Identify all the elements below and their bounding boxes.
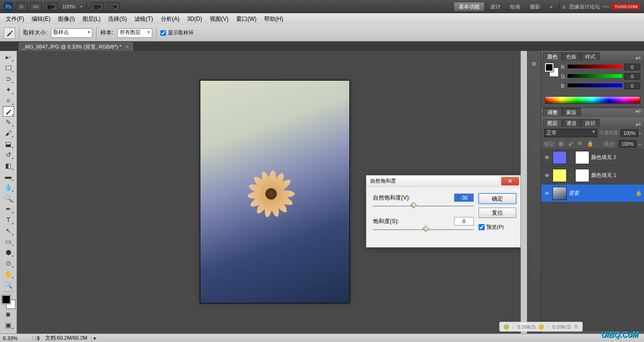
menu-image[interactable]: 图像(I) [54,14,78,25]
preview-checkbox[interactable] [479,224,485,230]
paths-tab[interactable]: 路径 [581,119,600,127]
preview-check[interactable]: 预览(P) [479,224,516,231]
stamp-tool[interactable]: ⬓ [3,139,14,149]
extras-dropdown[interactable]: ▢▾ [107,2,120,11]
workspace-painting[interactable]: 绘画 [506,3,524,10]
menu-edit[interactable]: 编辑(E) [28,14,54,25]
color-swatches[interactable] [2,295,15,309]
adjustments-tab[interactable]: 调整 [543,108,562,116]
opacity-flyout-icon[interactable]: ▸ [639,131,641,135]
hand-tool[interactable]: ✋ [3,269,14,279]
saturation-slider[interactable] [373,227,474,235]
workspace-photography[interactable]: 摄影 [526,3,544,10]
zoom-tool[interactable]: 🔍 [3,280,14,290]
screen-mode-dropdown[interactable]: ▦▾ [44,2,58,11]
lasso-tool[interactable]: ⊃ [3,74,14,84]
masks-tab[interactable]: 蒙版 [562,108,581,116]
layer-mask[interactable] [575,169,589,182]
show-ring-checkbox[interactable] [160,30,166,36]
swatches-tab[interactable]: 色板 [562,52,581,60]
sample-size-select[interactable]: 取样点 [51,28,92,38]
layer-mask[interactable] [575,151,589,164]
history-dock-icon[interactable]: ⧉ [529,58,539,69]
workspace-more[interactable]: » [546,4,556,9]
lock-pixels-icon[interactable]: 🖌 [568,141,575,147]
layer-row-background[interactable]: 👁 背景 🔒 [541,184,644,202]
dialog-close-button[interactable]: ✕ [501,177,519,185]
b-input[interactable] [624,83,640,89]
layer-thumb[interactable] [553,151,567,164]
color-tab[interactable]: 颜色 [543,52,562,60]
menu-3d[interactable]: 3D(D) [183,14,206,24]
panel-menu-icon[interactable]: ▸≡ [635,121,642,127]
layer-name[interactable]: 背景 [569,190,634,197]
sample-select[interactable]: 所有图层 [117,28,152,38]
layer-name[interactable]: 颜色填充 2 [591,154,642,161]
layer-row[interactable]: 👁 ⋮ 颜色填充 2 [541,149,644,167]
quickmask-toggle[interactable]: ◙ [3,309,14,319]
b-slider[interactable] [568,83,622,88]
fill-input[interactable] [619,140,636,148]
ok-button[interactable]: 确定 [479,193,516,204]
current-tool-icon[interactable] [4,27,15,39]
menu-window[interactable]: 窗口(W) [232,14,260,25]
menu-view[interactable]: 视图(V) [206,14,232,25]
menu-select[interactable]: 选择(S) [104,14,131,25]
blend-mode-select[interactable]: 正常 [544,129,597,137]
show-sampling-ring-check[interactable]: 显示取样环 [160,29,194,36]
layer-thumb[interactable] [553,187,567,200]
visibility-icon[interactable]: 👁 [543,172,551,179]
lock-transparent-icon[interactable]: ▩ [559,141,565,147]
document-tab[interactable]: _MG_8847.JPG @ 8.33% (背景, RGB/8*) * × [19,42,133,51]
gradient-tool[interactable]: ▬ [3,171,14,182]
brush-tool[interactable]: 🖌 [3,128,14,138]
vertical-scrollbar[interactable] [520,51,527,334]
menu-layer[interactable]: 图层(L) [79,14,105,25]
eyedropper-tool[interactable] [3,106,14,117]
opacity-input[interactable] [620,129,638,137]
layer-thumb[interactable] [553,169,567,182]
3d-camera-tool[interactable]: ⊙ [3,258,14,268]
channels-tab[interactable]: 通道 [562,119,581,127]
g-slider[interactable] [568,74,622,79]
blur-tool[interactable]: 💧 [3,182,14,192]
close-tab-icon[interactable]: × [124,44,130,50]
menu-help[interactable]: 帮助(H) [260,14,287,25]
panel-color-swatch[interactable] [545,63,558,76]
panel-menu-icon[interactable]: ▸≡ [635,108,642,114]
history-brush-tool[interactable]: ↺ [3,150,14,160]
3d-tool[interactable]: ⬢ [3,247,14,258]
screenmode-toggle[interactable]: ▣ [3,320,14,330]
fill-flyout-icon[interactable]: ▸ [639,142,641,146]
healing-tool[interactable]: ✎ [3,117,14,127]
color-spectrum[interactable] [545,96,640,104]
search-text[interactable]: 思缘设计论坛 [569,3,600,10]
pen-tool[interactable]: ✒ [3,204,14,214]
canvas-area[interactable]: 自然饱和度 ✕ 自然饱和度(V): 饱和度(S): [17,51,527,342]
lock-all-icon[interactable]: 🔒 [587,141,594,147]
styles-tab[interactable]: 样式 [581,52,600,60]
status-flyout-icon[interactable]: ▸ [91,335,99,341]
marquee-tool[interactable] [3,63,14,73]
bridge-button[interactable]: Br [16,2,27,11]
status-zoom[interactable]: 8.33% [0,335,33,341]
minibridge-button[interactable]: Mb [30,2,41,11]
dialog-titlebar[interactable]: 自然饱和度 ✕ [366,175,523,187]
lock-position-icon[interactable]: ✥ [578,141,584,147]
foreground-color[interactable] [2,295,10,304]
menu-filter[interactable]: 滤镜(T) [131,14,157,25]
saturation-input[interactable] [454,217,474,225]
crop-tool[interactable]: ⌗ [3,95,14,106]
vibrance-input[interactable] [454,193,474,202]
layer-name[interactable]: 颜色填充 1 [591,172,642,179]
panel-menu-icon[interactable]: ▸≡ [635,55,642,60]
move-tool[interactable]: ▸+ [3,52,14,62]
layers-tab[interactable]: 图层 [543,119,562,127]
layer-row[interactable]: 👁 ⋮ 颜色填充 1 [541,167,644,184]
menu-file[interactable]: 文件(F) [2,14,28,25]
menu-analysis[interactable]: 分析(A) [157,14,183,25]
net-settings-icon[interactable]: ⚙ [574,324,578,330]
reset-button[interactable]: 复位 [479,208,516,218]
workspace-essentials-button[interactable]: 基本功能 [454,2,485,11]
shape-tool[interactable]: ▭ [3,236,14,247]
